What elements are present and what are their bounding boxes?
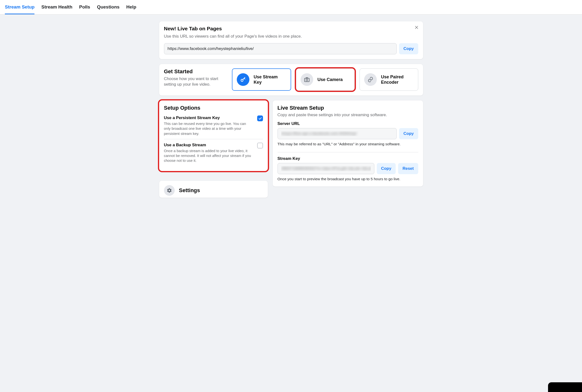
backup-stream-checkbox[interactable] [257, 143, 263, 148]
stream-key-helper: Once you start to preview the broadcast … [278, 176, 418, 182]
divider [278, 152, 418, 152]
stream-key-input[interactable] [278, 163, 374, 174]
option-use-camera[interactable]: Use Camera [296, 68, 355, 91]
key-icon [237, 73, 250, 86]
live-setup-title: Live Stream Setup [278, 105, 418, 111]
reset-stream-key-button[interactable]: Reset [398, 163, 418, 174]
tab-questions[interactable]: Questions [97, 0, 120, 14]
live-url-input[interactable] [164, 43, 397, 54]
gear-icon [164, 185, 175, 196]
option-desc: Once a backup stream is added to your li… [164, 148, 254, 163]
server-url-label: Server URL [278, 121, 418, 126]
link-icon [364, 73, 377, 86]
copy-stream-key-button[interactable]: Copy [377, 163, 396, 174]
option-desc: This can be reused every time you go liv… [164, 121, 254, 136]
close-icon[interactable] [414, 25, 419, 31]
option-label: Use Paired Encoder [381, 74, 414, 85]
banner-subtitle: Use this URL so viewers can find all of … [164, 34, 418, 39]
setup-options-title: Setup Options [164, 105, 263, 111]
setup-options-card: Setup Options Use a Persistent Stream Ke… [159, 100, 268, 171]
server-url-helper: This may be referred to as "URL" or "Add… [278, 142, 418, 147]
tab-bar: Stream Setup Stream Health Polls Questio… [0, 0, 582, 14]
option-title: Use a Backup Stream [164, 143, 254, 148]
option-label: Use Camera [318, 77, 343, 82]
option-backup-stream: Use a Backup Stream Once a backup stream… [164, 139, 263, 166]
copy-server-url-button[interactable]: Copy [399, 128, 418, 139]
svg-rect-5 [304, 78, 309, 82]
tab-stream-health[interactable]: Stream Health [41, 0, 72, 14]
tab-polls[interactable]: Polls [79, 0, 90, 14]
option-persistent-key: Use a Persistent Stream Key This can be … [164, 116, 263, 139]
server-url-input[interactable] [278, 128, 397, 139]
banner-title: New! Live Tab on Pages [164, 26, 418, 32]
tab-help[interactable]: Help [126, 0, 136, 14]
camera-icon [300, 73, 313, 86]
live-tab-banner: New! Live Tab on Pages Use this URL so v… [159, 21, 423, 59]
option-use-paired-encoder[interactable]: Use Paired Encoder [360, 68, 418, 91]
svg-point-6 [306, 79, 308, 81]
live-stream-setup-card: Live Stream Setup Copy and paste these s… [273, 100, 423, 186]
option-use-stream-key[interactable]: Use Stream Key [232, 68, 291, 91]
option-label: Use Stream Key [254, 74, 286, 85]
get-started-subtitle: Choose how you want to start setting up … [164, 76, 227, 87]
settings-card: Settings [159, 181, 268, 198]
tab-stream-setup[interactable]: Stream Setup [5, 0, 34, 14]
get-started-card: Get Started Choose how you want to start… [159, 64, 423, 96]
get-started-title: Get Started [164, 68, 227, 75]
live-setup-subtitle: Copy and paste these settings into your … [278, 112, 418, 118]
svg-line-4 [244, 78, 245, 79]
option-title: Use a Persistent Stream Key [164, 116, 254, 120]
copy-live-url-button[interactable]: Copy [399, 43, 418, 54]
settings-title: Settings [179, 187, 200, 194]
stream-key-label: Stream Key [278, 156, 418, 161]
persistent-key-checkbox[interactable] [257, 116, 263, 121]
